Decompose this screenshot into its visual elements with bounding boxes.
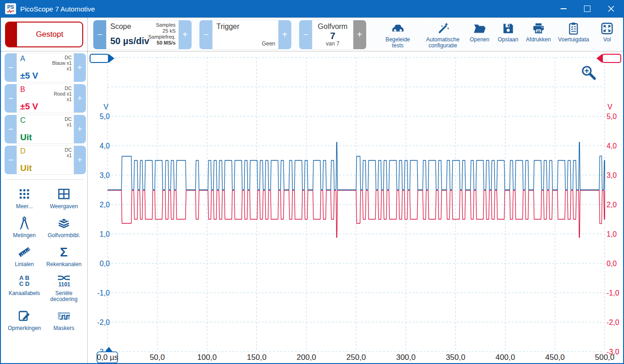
- waveform-next-button[interactable]: +: [353, 20, 366, 49]
- channel-c-increase-button[interactable]: +: [74, 115, 86, 143]
- window-controls: [551, 0, 623, 17]
- channel-b-decrease-button[interactable]: −: [5, 84, 17, 113]
- tool-waveform-library[interactable]: Golfvormbibl.: [44, 213, 84, 242]
- channel-a-mult: x1: [52, 66, 72, 71]
- waveform-panel[interactable]: Golfvorm 7 van 7: [312, 20, 353, 49]
- x-axis-tick[interactable]: 150,0: [247, 353, 267, 362]
- trigger-panel[interactable]: Trigger Geen: [213, 20, 278, 49]
- trigger-decrease-button[interactable]: −: [199, 20, 213, 49]
- save-file-button[interactable]: Opslaan: [494, 18, 522, 51]
- channel-d-increase-button[interactable]: +: [74, 146, 86, 174]
- channel-b-meta: DC Rood x1 x1: [54, 85, 72, 102]
- waveform-control-group: − Golfvorm 7 van 7 +: [299, 20, 366, 49]
- math-sigma-icon: Σ: [57, 245, 71, 259]
- channel-a-increase-button[interactable]: +: [74, 53, 86, 82]
- series-can-h: [108, 142, 605, 190]
- stop-indicator: [6, 23, 17, 46]
- stop-start-button[interactable]: Gestopt: [5, 22, 83, 47]
- maximize-button[interactable]: [575, 0, 599, 17]
- y-axis-left-tick[interactable]: 5,0: [100, 113, 110, 120]
- fullscreen-button[interactable]: Vol: [593, 18, 621, 51]
- y-axis-left-tick[interactable]: 3,0: [100, 171, 110, 179]
- y-axis-left-tick[interactable]: 4,0: [100, 142, 110, 150]
- y-axis-right-tick[interactable]: -1,0: [607, 289, 619, 297]
- channel-a-body[interactable]: A DC Blauw x1 x1 ±5 V: [17, 53, 74, 82]
- channel-b-increase-button[interactable]: +: [74, 84, 86, 113]
- zoom-tool-icon[interactable]: [583, 67, 595, 79]
- masks-icon: [57, 308, 71, 323]
- y-axis-right-tick[interactable]: 0,0: [607, 260, 617, 267]
- channel-a-axis-handle[interactable]: [90, 54, 108, 63]
- samples-label: Samples: [148, 22, 176, 28]
- tool-math-channels[interactable]: Σ Rekenkanalen: [44, 242, 84, 271]
- channel-b-mult: x1: [54, 97, 72, 102]
- channel-c-decrease-button[interactable]: −: [5, 115, 17, 143]
- channel-b-axis-handle-arrow[interactable]: [596, 54, 602, 63]
- x-axis-tick[interactable]: 100,0: [197, 353, 217, 362]
- x-axis-tick[interactable]: 400,0: [495, 353, 515, 362]
- samples-value: 25 kS: [148, 28, 176, 34]
- trigger-title: Trigger: [216, 23, 239, 31]
- x-axis-tick[interactable]: 350,0: [446, 353, 465, 362]
- print-button[interactable]: Afdrukken: [522, 18, 555, 51]
- auto-setup-button[interactable]: Automatische configuratie: [420, 18, 465, 51]
- tool-channel-labels[interactable]: A BC D Kanaallabels: [5, 271, 44, 306]
- clipboard-icon: [567, 22, 580, 35]
- x-axis-tick[interactable]: 250,0: [346, 353, 366, 362]
- save-icon: [501, 22, 515, 35]
- trigger-increase-button[interactable]: +: [278, 20, 291, 49]
- y-axis-left-tick[interactable]: -2,0: [97, 318, 110, 326]
- tool-measurements[interactable]: Metingen: [5, 213, 44, 242]
- y-axis-right-tick[interactable]: 1,0: [607, 230, 617, 238]
- x-axis-tick[interactable]: 500,0: [595, 353, 615, 362]
- waveform-previous-button[interactable]: −: [299, 20, 312, 49]
- minimize-button[interactable]: [551, 0, 575, 17]
- serial-decoding-icon: 1101: [57, 273, 71, 288]
- channel-a-probe: Blauw x1: [52, 60, 72, 66]
- channel-a-decrease-button[interactable]: −: [5, 53, 17, 82]
- y-axis-left-tick[interactable]: 2,0: [100, 201, 110, 209]
- timebase-decrease-button[interactable]: −: [93, 20, 107, 49]
- x-axis-tick[interactable]: 50,0: [150, 353, 165, 362]
- vehicle-data-button[interactable]: Voertuigdata: [555, 18, 593, 51]
- channel-c-body[interactable]: C DC x1 Uit: [17, 115, 74, 143]
- timebase-increase-button[interactable]: +: [178, 20, 192, 49]
- y-axis-right-tick[interactable]: -2,0: [607, 318, 619, 326]
- channel-b-body[interactable]: B DC Rood x1 x1 ±5 V: [17, 84, 74, 113]
- y-axis-left-tick[interactable]: 0,0: [100, 260, 110, 267]
- y-axis-right-tick[interactable]: 2,0: [607, 201, 617, 209]
- measurements-compass-icon: [17, 216, 32, 230]
- channel-b-axis-handle[interactable]: [602, 54, 621, 63]
- channel-a-letter: A: [20, 55, 25, 63]
- scope-panel[interactable]: Scope Samples 25 kS Samplefreq. 50 MS/s …: [107, 20, 178, 49]
- close-button[interactable]: [599, 0, 623, 17]
- channel-d-letter: D: [20, 147, 26, 155]
- y-axis-right-tick[interactable]: 3,0: [607, 171, 617, 179]
- waveform-number: 7: [312, 31, 353, 41]
- svg-text:C D: C D: [19, 280, 29, 287]
- tool-masks[interactable]: Maskers: [44, 306, 84, 335]
- channel-d-meta: DC x1: [65, 147, 72, 158]
- guided-tests-button[interactable]: Begeleide tests: [375, 18, 420, 51]
- tool-serial-decoding[interactable]: 1101 Seriële decodering: [44, 271, 84, 306]
- channel-d-body[interactable]: D DC x1 Uit: [17, 146, 74, 174]
- y-axis-left-tick[interactable]: 1,0: [100, 230, 110, 238]
- tool-views[interactable]: Weergaven: [44, 184, 84, 213]
- y-axis-left-tick[interactable]: -1,0: [97, 289, 110, 297]
- tool-rulers[interactable]: Linialen: [5, 242, 44, 271]
- more-grid-icon: [17, 187, 32, 201]
- x-axis-tick[interactable]: 450,0: [545, 353, 565, 362]
- tool-notes[interactable]: Opmerkingen: [5, 306, 44, 335]
- channel-a-axis-handle-arrow[interactable]: [108, 54, 114, 63]
- stop-label: Gestopt: [17, 23, 82, 46]
- y-axis-right-tick[interactable]: 4,0: [607, 142, 617, 150]
- y-axis-right-tick[interactable]: 5,0: [607, 113, 617, 120]
- channel-d-decrease-button[interactable]: −: [5, 146, 17, 174]
- open-file-button[interactable]: Openen: [465, 18, 494, 51]
- x-axis-tick[interactable]: 300,0: [396, 353, 416, 362]
- x-axis-tick[interactable]: 0,0 µs: [97, 353, 119, 362]
- waveform-plot[interactable]: V5,04,03,02,01,00,0-1,0-2,0-3,0V5,04,03,…: [88, 51, 623, 363]
- toolbar: Gestopt − Scope Samples 25 kS Samplefreq…: [1, 17, 623, 51]
- x-axis-tick[interactable]: 200,0: [297, 353, 317, 362]
- tool-more[interactable]: Meer...: [5, 184, 44, 213]
